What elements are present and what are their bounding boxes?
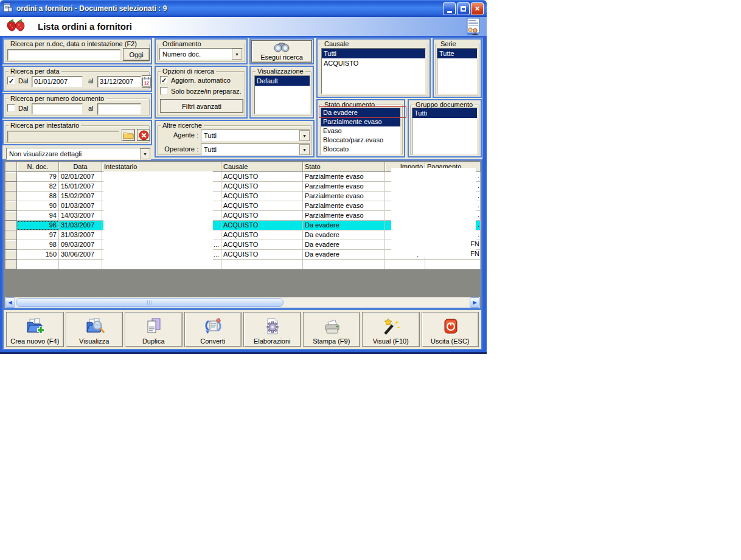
search-date-checkbox[interactable]: ✓ bbox=[7, 77, 15, 85]
agent-label: Agente : bbox=[158, 131, 198, 139]
number-to-input[interactable] bbox=[97, 103, 141, 115]
visualization-legend: Visualizzazione bbox=[256, 67, 305, 75]
panel-run-search: Esegui ricerca bbox=[249, 38, 314, 64]
convert-button[interactable]: Converti bbox=[184, 312, 242, 347]
advanced-filters-button[interactable]: Filtri avanzati bbox=[160, 99, 243, 113]
cell-ndoc: 82 bbox=[17, 182, 59, 192]
svg-text:12: 12 bbox=[144, 81, 149, 85]
holder-input[interactable] bbox=[7, 131, 119, 142]
cell-data: 30/06/2007 bbox=[59, 250, 102, 260]
search-doc-input[interactable] bbox=[7, 49, 120, 61]
row-selector[interactable] bbox=[5, 192, 17, 201]
processing-button[interactable]: Elaborazioni bbox=[243, 312, 301, 347]
scroll-left-button[interactable]: ◀ bbox=[5, 297, 15, 308]
row-selector[interactable] bbox=[5, 172, 17, 182]
date-from-input[interactable] bbox=[32, 76, 83, 88]
col-header-intestatario[interactable]: Intestatario bbox=[102, 162, 221, 172]
close-button[interactable]: ✕ bbox=[471, 2, 484, 15]
maximize-icon bbox=[461, 6, 466, 12]
chevron-right-icon: ▶ bbox=[473, 300, 476, 305]
cell-data: 15/02/2007 bbox=[59, 192, 102, 201]
list-item[interactable]: Default bbox=[255, 76, 310, 86]
operator-combo[interactable]: Tutti ▼ bbox=[201, 143, 310, 156]
list-item[interactable]: Evaso bbox=[321, 126, 400, 136]
scrollbar-thumb[interactable] bbox=[16, 298, 284, 307]
list-item[interactable]: ACQUISTO bbox=[322, 58, 425, 68]
col-header-data[interactable]: Data bbox=[59, 162, 102, 172]
row-selector[interactable] bbox=[5, 230, 17, 240]
row-selector[interactable] bbox=[5, 260, 17, 269]
minimize-button[interactable] bbox=[443, 2, 456, 15]
panel-gruppo-documento: Gruppo documento Tutti bbox=[408, 99, 482, 157]
documents-people-icon[interactable] bbox=[465, 18, 481, 38]
number-from-input[interactable] bbox=[32, 103, 83, 115]
date-to-input[interactable] bbox=[97, 76, 141, 88]
agent-combo[interactable]: Tutti ▼ bbox=[201, 130, 310, 142]
clear-holder-button[interactable] bbox=[137, 129, 150, 141]
row-selector[interactable] bbox=[5, 221, 17, 230]
calendar-button[interactable]: 12 bbox=[142, 75, 151, 88]
row-selector[interactable] bbox=[5, 240, 17, 250]
today-button[interactable]: Oggi bbox=[123, 48, 150, 61]
number-to-label: al bbox=[88, 105, 94, 112]
col-header-stato[interactable]: Stato bbox=[303, 162, 385, 172]
printer-icon bbox=[319, 317, 344, 336]
list-item[interactable]: Bloccato bbox=[321, 145, 400, 154]
chevron-down-icon[interactable]: ▼ bbox=[140, 148, 150, 159]
search-date-legend: Ricerca per data bbox=[9, 67, 61, 75]
chevron-down-icon[interactable]: ▼ bbox=[232, 49, 242, 60]
cell-causale bbox=[221, 260, 303, 269]
details-combo[interactable]: Non visualizzare dettagli ▼ bbox=[6, 148, 151, 160]
table-row-empty[interactable] bbox=[5, 260, 481, 269]
print-button[interactable]: Stampa (F9) bbox=[303, 312, 361, 347]
view-button[interactable]: Visualizza bbox=[66, 312, 124, 347]
drafts-only-label: Solo bozze/in preparaz. bbox=[171, 88, 242, 95]
document-convert-arrows-icon bbox=[201, 317, 225, 336]
selector-header bbox=[5, 162, 17, 172]
window-title: ordini a fornitori - Documenti seleziona… bbox=[16, 4, 443, 13]
cell-data: 09/03/2007 bbox=[59, 240, 102, 250]
list-item[interactable]: Parzialmente evaso bbox=[321, 117, 400, 126]
row-selector[interactable] bbox=[5, 250, 17, 260]
auto-update-label: Aggiorn. automatico bbox=[171, 77, 231, 84]
maximize-button[interactable] bbox=[457, 2, 470, 15]
row-selector[interactable] bbox=[5, 201, 17, 211]
visual-button[interactable]: Visual (F10) bbox=[362, 312, 420, 347]
auto-update-checkbox[interactable]: ✓ bbox=[160, 76, 168, 84]
chevron-down-icon[interactable]: ▼ bbox=[299, 130, 310, 141]
exit-button[interactable]: Uscita (ESC) bbox=[422, 312, 479, 347]
privacy-mask-intestatario bbox=[103, 171, 213, 268]
cell-causale: ACQUISTO bbox=[221, 211, 303, 221]
agent-combo-value: Tutti bbox=[201, 132, 299, 139]
cell-ndoc: 98 bbox=[17, 240, 59, 250]
cell-causale: ACQUISTO bbox=[221, 240, 303, 250]
row-selector[interactable] bbox=[5, 182, 17, 192]
gruppo-listbox: Tutti bbox=[412, 108, 478, 155]
horizontal-scrollbar[interactable]: ◀ ▶ bbox=[5, 297, 480, 308]
cell-causale: ACQUISTO bbox=[221, 182, 303, 192]
cell-data bbox=[59, 260, 102, 269]
search-number-checkbox[interactable] bbox=[7, 104, 15, 112]
create-new-button[interactable]: Crea nuovo (F4) bbox=[6, 312, 64, 347]
list-item[interactable]: Bloccato/parz.evaso bbox=[321, 136, 400, 145]
window-border-bottom bbox=[0, 350, 487, 354]
causale-legend: Causale bbox=[322, 40, 350, 47]
operator-label: Operatore : bbox=[158, 145, 198, 153]
list-item[interactable]: Tutte bbox=[437, 49, 477, 58]
document-gear-icon bbox=[260, 317, 284, 336]
panel-ordering: Ordinamento Numero doc. ▼ bbox=[155, 38, 248, 64]
chevron-down-icon[interactable]: ▼ bbox=[299, 144, 310, 155]
browse-holder-button[interactable] bbox=[122, 129, 135, 141]
duplicate-button[interactable]: Duplica bbox=[125, 312, 183, 347]
row-selector[interactable] bbox=[5, 211, 17, 221]
run-search-button[interactable]: Esegui ricerca bbox=[251, 40, 312, 63]
drafts-only-checkbox[interactable] bbox=[160, 87, 168, 95]
privacy-mask-importo-pagamento bbox=[391, 168, 476, 257]
list-item[interactable]: Tutti bbox=[412, 108, 477, 118]
other-searches-legend: Altre ricerche bbox=[161, 122, 204, 129]
col-header-causale[interactable]: Causale bbox=[221, 162, 303, 172]
scroll-right-button[interactable]: ▶ bbox=[470, 297, 480, 308]
ordering-combo[interactable]: Numero doc. ▼ bbox=[159, 48, 243, 60]
col-header-ndoc[interactable]: N. doc. bbox=[17, 162, 59, 172]
list-item[interactable]: Tutti bbox=[322, 49, 425, 58]
